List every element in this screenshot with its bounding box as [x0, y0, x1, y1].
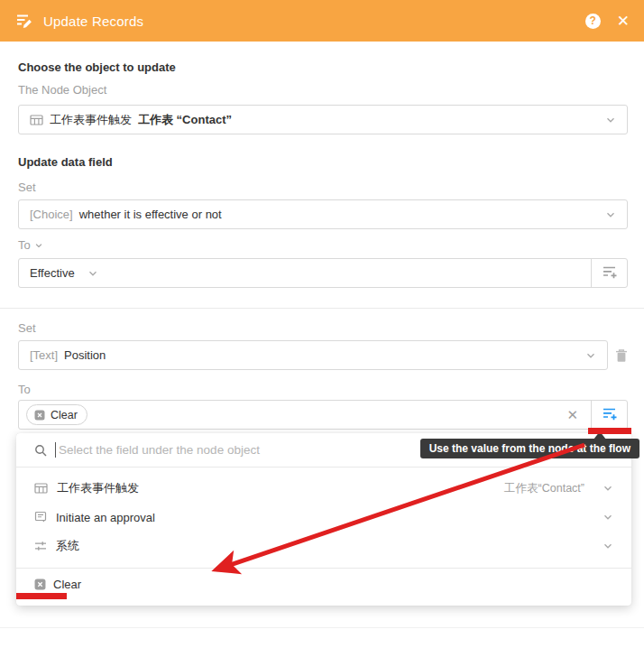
chevron-down-icon	[603, 483, 613, 494]
list-item-label: 工作表事件触发	[57, 480, 139, 496]
choose-object-heading: Choose the object to update	[18, 60, 628, 74]
node-list: 工作表事件触发 工作表“Contact” Initiate an approva…	[16, 467, 631, 599]
help-icon[interactable]: ?	[585, 14, 601, 29]
clear-value-tag[interactable]: Clear	[26, 404, 87, 425]
text-caret	[55, 442, 56, 458]
node-object-value: 工作表事件触发	[50, 112, 132, 128]
field1-to-select[interactable]: Effective	[19, 259, 591, 287]
field2-node-value-button[interactable]	[591, 401, 627, 429]
update-field-heading: Update data field	[18, 155, 628, 169]
dialog-title: Update Records	[43, 14, 143, 29]
node-object-label: The Node Object	[18, 83, 628, 97]
clear-option-label: Clear	[53, 578, 81, 591]
list-item-detail: 工作表“Contact”	[504, 481, 584, 496]
field2-name: Position	[64, 348, 106, 362]
chevron-down-icon	[605, 209, 616, 220]
field1-name: whether it is effective or not	[79, 208, 222, 221]
list-item-label: 系统	[56, 538, 79, 554]
search-icon	[34, 444, 47, 457]
set-label-1: Set	[18, 181, 628, 194]
field2-type: [Text]	[30, 348, 58, 362]
to-label-1[interactable]: To	[18, 238, 628, 252]
field1-to-group: Effective	[18, 258, 628, 288]
set-label-2: Set	[18, 321, 628, 335]
dialog-body: Choose the object to update The Node Obj…	[0, 42, 644, 430]
chevron-down-icon	[34, 241, 43, 250]
node-object-value-bold: 工作表 “Contact”	[138, 112, 232, 128]
node-object-select[interactable]: 工作表事件触发 工作表 “Contact”	[18, 105, 628, 134]
list-item-label: Initiate an approval	[56, 511, 155, 524]
backspace-clear-icon	[34, 579, 46, 590]
dialog-header: Update Records ? ✕	[0, 0, 644, 42]
node-value-tooltip: Use the value from the node at the flow	[420, 439, 639, 458]
to-label-1-text: To	[18, 238, 31, 252]
list-item-worksheet-trigger[interactable]: 工作表事件触发 工作表“Contact”	[16, 474, 631, 503]
chevron-down-icon	[603, 512, 613, 523]
annotation-underline-clear	[16, 593, 67, 599]
tag-zone[interactable]: Clear	[19, 401, 566, 429]
delete-field-icon[interactable]	[615, 348, 628, 363]
annotation-underline-button	[588, 428, 631, 434]
backspace-clear-icon	[34, 410, 45, 421]
clear-option[interactable]: Clear	[16, 569, 631, 599]
clear-input-icon[interactable]: ✕	[566, 407, 578, 423]
field1-node-value-button[interactable]	[591, 259, 627, 287]
field2-to-input[interactable]: Clear ✕	[18, 400, 628, 430]
approval-doc-icon	[34, 511, 47, 523]
field-picker-panel: 工作表事件触发 工作表“Contact” Initiate an approva…	[16, 433, 631, 606]
to-label-2: To	[18, 383, 628, 396]
list-plus-icon	[602, 264, 618, 282]
worksheet-table-icon	[30, 114, 43, 126]
field1-type: [Choice]	[30, 208, 73, 221]
close-icon[interactable]: ✕	[617, 14, 630, 29]
list-item-approval[interactable]: Initiate an approval	[16, 503, 631, 532]
sliders-icon	[34, 540, 47, 552]
chevron-down-icon	[605, 115, 616, 125]
list-plus-icon	[602, 406, 618, 424]
field1-select[interactable]: [Choice] whether it is effective or not	[18, 199, 628, 229]
chevron-down-icon	[87, 268, 98, 279]
worksheet-table-icon	[34, 482, 48, 495]
field1-to-value: Effective	[30, 266, 75, 280]
update-records-icon	[14, 12, 34, 30]
clear-tag-label: Clear	[51, 409, 78, 421]
field2-select[interactable]: [Text] Position	[18, 340, 608, 370]
section-divider	[0, 308, 644, 309]
chevron-down-icon	[603, 541, 613, 551]
page-bottom-divider	[0, 627, 644, 628]
list-item-system[interactable]: 系统	[16, 532, 631, 560]
chevron-down-icon	[585, 350, 596, 361]
update-records-dialog: Update Records ? ✕ Choose the object to …	[0, 0, 644, 648]
